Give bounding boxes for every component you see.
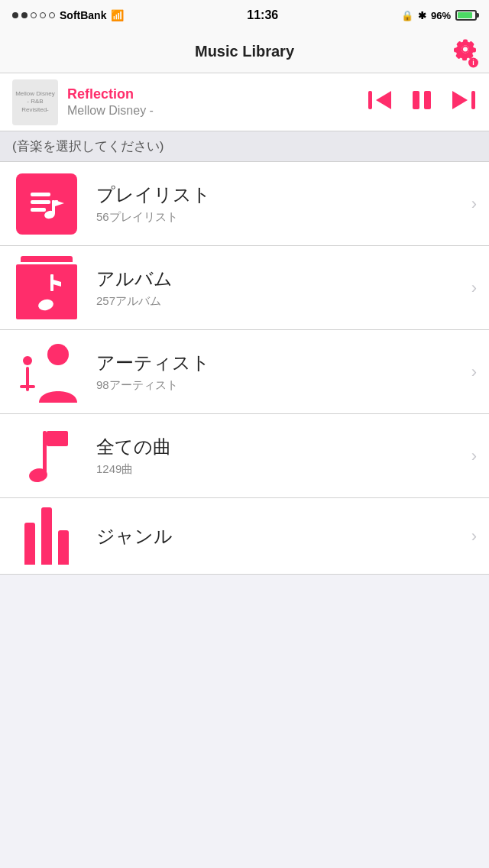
section-header: (音楽を選択してください) [0, 131, 489, 162]
settings-button[interactable]: i [454, 37, 477, 66]
album-art-text: Mellow Disney - R&B Revisited- [12, 87, 58, 117]
svg-marker-1 [376, 91, 391, 109]
chevron-icon: › [471, 446, 477, 466]
eq-bar-2 [41, 507, 52, 565]
album-icon [16, 256, 77, 319]
songs-subtitle: 1249曲 [96, 462, 456, 477]
album-art: Mellow Disney - R&B Revisited- [12, 79, 58, 125]
list-item[interactable]: 全ての曲 1249曲 › [0, 414, 489, 498]
navigation-bar: Music Library i [0, 31, 489, 73]
dot-4 [40, 12, 46, 18]
svg-rect-15 [20, 385, 35, 388]
battery-icon [455, 10, 477, 21]
playlist-icon [16, 173, 77, 235]
album-stack-top [21, 256, 73, 262]
album-icon-wrap [12, 254, 81, 322]
svg-rect-19 [47, 431, 68, 446]
dot-1 [12, 12, 18, 18]
track-info: Reflection Mellow Disney - [67, 86, 358, 118]
album-subtitle: 257アルバム [96, 294, 456, 309]
next-button[interactable] [449, 86, 477, 118]
chevron-icon: › [471, 194, 477, 214]
album-stack-main [16, 264, 77, 319]
artist-icon [12, 338, 81, 406]
chevron-icon: › [471, 362, 477, 382]
svg-rect-0 [368, 91, 372, 109]
svg-point-16 [23, 356, 32, 365]
lock-icon: 🔒 [401, 10, 413, 21]
signal-dots [12, 12, 55, 18]
status-time: 11:36 [247, 8, 278, 22]
svg-rect-2 [413, 91, 419, 109]
dot-3 [31, 12, 37, 18]
status-bar: SoftBank 📶 11:36 🔒 ✱ 96% [0, 0, 489, 31]
gear-badge: i [468, 57, 478, 67]
songs-icon [12, 422, 81, 491]
track-artist: Mellow Disney - [67, 104, 358, 118]
track-title: Reflection [67, 86, 358, 102]
carrier-label: SoftBank [60, 9, 106, 21]
album-title: アルバム [96, 267, 456, 291]
svg-rect-6 [31, 193, 50, 196]
genre-icon [12, 502, 81, 571]
eq-bar-1 [24, 523, 35, 565]
songs-icon-wrap [12, 422, 81, 491]
songs-title: 全ての曲 [96, 435, 456, 459]
svg-rect-8 [31, 208, 46, 212]
dot-2 [21, 12, 28, 18]
svg-rect-18 [43, 431, 47, 473]
svg-rect-7 [31, 200, 50, 204]
album-text: アルバム 257アルバム [96, 267, 456, 309]
svg-rect-3 [424, 91, 431, 109]
playlist-icon-wrap [12, 170, 81, 238]
artist-text: アーティスト 98アーティスト [96, 351, 456, 393]
list-item[interactable]: アーティスト 98アーティスト › [0, 330, 489, 414]
genre-icon-wrap [12, 502, 81, 571]
player-controls [367, 86, 477, 118]
battery-percent: 96% [431, 10, 451, 21]
artist-icon-wrap [12, 338, 81, 406]
list-item[interactable]: アルバム 257アルバム › [0, 246, 489, 330]
chevron-icon: › [471, 278, 477, 298]
songs-text: 全ての曲 1249曲 [96, 435, 456, 477]
dot-5 [49, 12, 55, 18]
prev-button[interactable] [367, 86, 394, 118]
svg-rect-5 [471, 91, 475, 109]
genre-title: ジャンル [96, 524, 456, 549]
bluetooth-icon: ✱ [418, 10, 426, 21]
now-playing-bar: Mellow Disney - R&B Revisited- Reflectio… [0, 73, 489, 131]
svg-marker-4 [452, 91, 468, 109]
svg-point-13 [37, 298, 55, 311]
artist-title: アーティスト [96, 351, 456, 375]
status-right: 🔒 ✱ 96% [401, 10, 477, 21]
svg-point-17 [47, 344, 69, 365]
eq-bar-3 [58, 530, 69, 565]
wifi-icon: 📶 [111, 9, 124, 21]
genre-text: ジャンル [96, 524, 456, 549]
chevron-icon: › [471, 526, 477, 546]
page-title: Music Library [195, 43, 294, 60]
list-item[interactable]: プレイリスト 56プレイリスト › [0, 162, 489, 246]
pause-button[interactable] [408, 86, 436, 118]
playlist-text: プレイリスト 56プレイリスト [96, 183, 456, 225]
list-item[interactable]: ジャンル › [0, 498, 489, 575]
status-left: SoftBank 📶 [12, 9, 124, 21]
playlist-subtitle: 56プレイリスト [96, 210, 456, 225]
playlist-title: プレイリスト [96, 183, 456, 207]
artist-subtitle: 98アーティスト [96, 378, 456, 393]
